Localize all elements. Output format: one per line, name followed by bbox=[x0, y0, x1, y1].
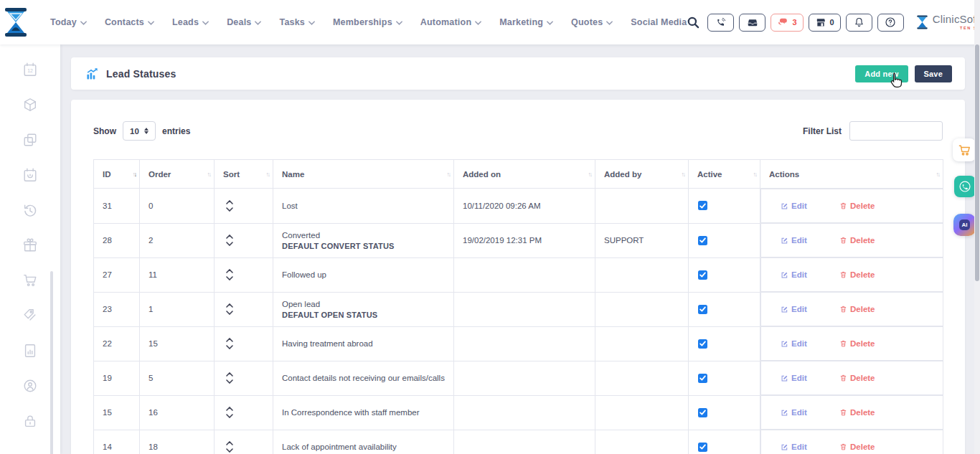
hourglass-logo-icon bbox=[0, 8, 32, 37]
chevron-down-icon bbox=[80, 21, 87, 25]
sort-arrows-icon: ↑↓ bbox=[133, 171, 136, 178]
floating-cart-button[interactable] bbox=[953, 138, 976, 161]
phone-button[interactable] bbox=[707, 14, 734, 32]
move-up-button[interactable] bbox=[226, 269, 233, 273]
column-header-name[interactable]: Name↑↓ bbox=[273, 160, 454, 189]
edit-button[interactable]: Edit bbox=[781, 374, 839, 382]
sidebar-item-cart-icon[interactable] bbox=[22, 273, 38, 288]
pos-button[interactable]: 0 bbox=[809, 14, 841, 32]
sidebar-item-user-clock-icon[interactable] bbox=[22, 378, 38, 394]
nav-item-social-media[interactable]: Social Media bbox=[631, 17, 687, 27]
chat-count-badge: 3 bbox=[792, 18, 796, 27]
active-checkbox[interactable] bbox=[698, 408, 707, 417]
nav-item-marketing[interactable]: Marketing bbox=[499, 17, 553, 27]
edit-button[interactable]: Edit bbox=[781, 408, 839, 417]
move-up-button[interactable] bbox=[226, 338, 233, 342]
column-header-order[interactable]: Order↑↓ bbox=[140, 160, 215, 189]
edit-button[interactable]: Edit bbox=[781, 305, 839, 313]
sidebar-item-lock-icon[interactable] bbox=[22, 413, 38, 429]
active-checkbox[interactable] bbox=[698, 443, 707, 452]
delete-button[interactable]: Delete bbox=[839, 270, 875, 279]
delete-button[interactable]: Delete bbox=[839, 443, 875, 451]
active-checkbox[interactable] bbox=[698, 201, 707, 210]
app-logo[interactable] bbox=[0, 8, 32, 37]
move-up-button[interactable] bbox=[226, 407, 233, 411]
sidebar-item-report-icon[interactable] bbox=[22, 343, 38, 359]
nav-item-deals[interactable]: Deals bbox=[227, 17, 261, 27]
table-row: 231Open leadDEFAULT OPEN STATUSEditDelet… bbox=[94, 292, 943, 326]
edit-button[interactable]: Edit bbox=[781, 202, 839, 210]
delete-button[interactable]: Delete bbox=[839, 408, 875, 417]
floating-phone-button[interactable] bbox=[954, 176, 976, 197]
move-up-button[interactable] bbox=[226, 372, 233, 377]
move-up-button[interactable] bbox=[226, 200, 233, 204]
column-header-id[interactable]: ID↑↓ bbox=[94, 160, 140, 189]
edit-button[interactable]: Edit bbox=[781, 443, 839, 451]
nav-item-tasks[interactable]: Tasks bbox=[279, 17, 315, 27]
move-down-button[interactable] bbox=[226, 414, 233, 418]
column-header-actions[interactable]: Actions↑↓ bbox=[760, 160, 943, 189]
window-scrollbar-thumb[interactable] bbox=[975, 44, 979, 281]
delete-button[interactable]: Delete bbox=[839, 374, 875, 382]
move-up-button[interactable] bbox=[226, 235, 233, 239]
delete-button[interactable]: Delete bbox=[839, 236, 875, 245]
nav-item-memberships[interactable]: Memberships bbox=[333, 17, 402, 27]
sidebar-item-copy-icon[interactable] bbox=[22, 132, 38, 148]
filter-input[interactable] bbox=[849, 121, 943, 141]
active-checkbox[interactable] bbox=[698, 374, 707, 383]
brand-name: ClinicSoftware bbox=[933, 13, 980, 25]
chat-button[interactable]: 3 bbox=[771, 14, 803, 32]
nav-item-leads[interactable]: Leads bbox=[172, 17, 209, 27]
window-scrollbar-track[interactable] bbox=[974, 0, 980, 454]
sidebar-item-calendar-check-icon[interactable] bbox=[22, 167, 38, 183]
edit-button[interactable]: Edit bbox=[781, 270, 839, 279]
move-down-button[interactable] bbox=[226, 276, 233, 280]
move-down-button[interactable] bbox=[226, 242, 233, 246]
question-icon bbox=[885, 16, 896, 28]
nav-item-contacts[interactable]: Contacts bbox=[105, 17, 154, 27]
floating-ai-button[interactable]: AI bbox=[953, 214, 976, 236]
move-up-button[interactable] bbox=[226, 441, 233, 445]
move-down-button[interactable] bbox=[226, 345, 233, 349]
table-row: 1418Lack of appointment availabilityEdit… bbox=[94, 430, 943, 454]
save-button[interactable]: Save bbox=[915, 65, 953, 82]
add-new-button[interactable]: Add new bbox=[855, 65, 908, 82]
nav-item-today[interactable]: Today bbox=[50, 17, 87, 27]
move-down-button[interactable] bbox=[226, 311, 233, 315]
sidebar-scrollbar[interactable] bbox=[50, 271, 53, 454]
nav-item-quotes[interactable]: Quotes bbox=[571, 17, 613, 27]
column-header-sort[interactable]: Sort↑↓ bbox=[215, 160, 273, 189]
chevron-down-icon bbox=[396, 21, 402, 25]
active-checkbox[interactable] bbox=[698, 270, 707, 280]
sort-arrows-icon: ↑↓ bbox=[936, 171, 940, 178]
column-header-added-on[interactable]: Added on↑↓ bbox=[454, 160, 595, 189]
sidebar-item-gift-icon[interactable] bbox=[22, 237, 38, 253]
cell-actions: EditDelete bbox=[760, 395, 943, 430]
nav-item-automation[interactable]: Automation bbox=[420, 17, 481, 27]
help-button[interactable] bbox=[877, 14, 904, 32]
edit-button[interactable]: Edit bbox=[781, 236, 839, 245]
search-button[interactable] bbox=[687, 16, 699, 29]
column-header-added-by[interactable]: Added by↑↓ bbox=[595, 160, 689, 189]
move-down-button[interactable] bbox=[226, 207, 233, 212]
delete-button[interactable]: Delete bbox=[839, 202, 875, 210]
column-header-active[interactable]: Active↑↓ bbox=[689, 160, 760, 189]
move-down-button[interactable] bbox=[226, 448, 233, 453]
delete-button[interactable]: Delete bbox=[839, 339, 875, 348]
inbox-button[interactable] bbox=[739, 14, 765, 32]
edit-button[interactable]: Edit bbox=[781, 339, 839, 348]
page-size-select[interactable]: 10 bbox=[123, 121, 156, 141]
sidebar-item-package-icon[interactable] bbox=[22, 97, 38, 113]
notifications-button[interactable] bbox=[846, 14, 872, 32]
sidebar-item-tags-icon[interactable] bbox=[22, 308, 38, 323]
move-down-button[interactable] bbox=[226, 379, 233, 384]
move-up-button[interactable] bbox=[226, 303, 233, 308]
active-checkbox[interactable] bbox=[698, 305, 707, 314]
sidebar-item-calendar-icon[interactable]: 12 bbox=[22, 62, 38, 77]
sidebar-item-history-icon[interactable] bbox=[22, 202, 38, 218]
cell-sort bbox=[215, 395, 273, 430]
delete-button[interactable]: Delete bbox=[839, 305, 875, 313]
page-title: Lead Statuses bbox=[106, 68, 176, 80]
active-checkbox[interactable] bbox=[698, 236, 707, 245]
active-checkbox[interactable] bbox=[698, 339, 707, 349]
